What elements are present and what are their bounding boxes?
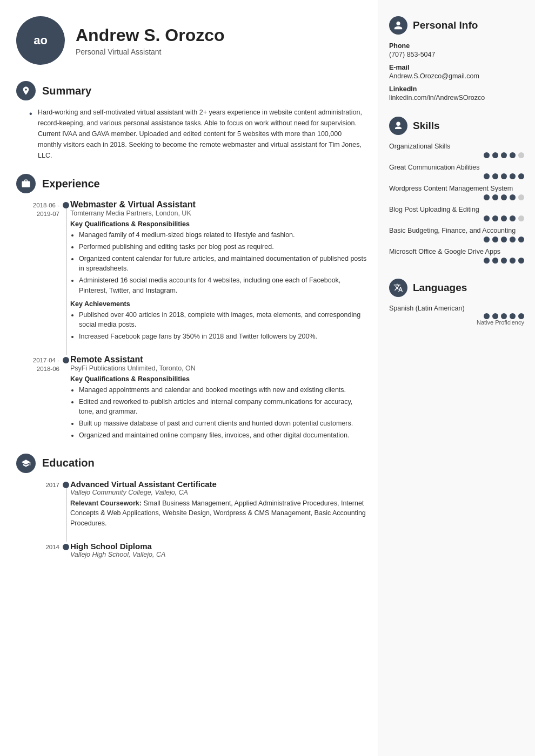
personal-info-icon <box>389 16 407 35</box>
dot-filled <box>518 313 524 319</box>
job-1-title: Webmaster & Virtual Assistant <box>70 200 367 210</box>
dot-empty <box>518 194 524 200</box>
languages-title: Languages <box>413 282 467 294</box>
job-1-qual-title: Key Qualifications & Responsibilities <box>70 220 367 228</box>
dot-filled <box>501 215 507 221</box>
job-2-company: PsyFi Publications Unlimited, Toronto, O… <box>70 364 367 372</box>
job-2-qualifications: Managed appointments and calendar and bo… <box>70 385 367 441</box>
job-1-qualifications: Managed family of 4 medium-sized blogs r… <box>70 230 367 296</box>
edu-1-dot <box>63 482 69 488</box>
dot-filled <box>492 152 498 158</box>
edu-2-school: Vallejo High School, Vallejo, CA <box>70 551 367 558</box>
header-text: Andrew S. Orozco Personal Virtual Assist… <box>76 25 225 56</box>
left-column: ao Andrew S. Orozco Personal Virtual Ass… <box>0 0 378 756</box>
dot-filled <box>484 152 490 158</box>
skill-name: Blog Post Uploading & Editing <box>389 206 524 213</box>
education-section: Education 2017 Advanced Virtual Assistan… <box>16 454 367 558</box>
dot-filled <box>518 237 524 242</box>
dot-filled <box>484 258 490 264</box>
list-item: Performed publishing and editing tasks p… <box>79 242 367 252</box>
skill-dots <box>389 258 524 264</box>
skills-icon <box>389 117 407 135</box>
skill-item: Organizational Skills <box>389 143 524 158</box>
dot-empty <box>518 152 524 158</box>
job-subtitle: Personal Virtual Assistant <box>76 48 225 56</box>
edu-1-degree: Advanced Virtual Assistant Certificate <box>70 480 367 489</box>
dot-filled <box>510 313 516 319</box>
linkedin-label: LinkedIn <box>389 85 524 93</box>
dot-filled <box>510 258 516 264</box>
dot-filled <box>510 173 516 179</box>
right-column: Personal Info Phone (707) 853-5047 E-mai… <box>378 0 535 756</box>
job-1-dot <box>63 202 69 208</box>
languages-header: Languages <box>389 279 524 297</box>
skill-item: Microsoft Office & Google Drive Apps <box>389 248 524 264</box>
language-dots <box>389 313 524 319</box>
language-item: Spanish (Latin American)Native Proficien… <box>389 305 524 326</box>
skill-name: Basic Budgeting, Finance, and Accounting <box>389 227 524 234</box>
dot-filled <box>484 194 490 200</box>
summary-header: Summary <box>16 81 367 100</box>
skill-dots <box>389 194 524 200</box>
list-item: Edited and reworked to-publish articles … <box>79 397 367 417</box>
edu-1-line <box>66 488 67 542</box>
edu-2-date: 2014 <box>16 543 59 551</box>
dot-empty <box>518 215 524 221</box>
job-2-date: 2017-04 - 2018-06 <box>16 356 59 373</box>
skill-dots <box>389 215 524 221</box>
edu-1-coursework: Relevant Coursework: Small Business Mana… <box>70 498 367 529</box>
edu-1-coursework-label: Relevant Coursework: <box>70 500 142 507</box>
dot-filled <box>501 152 507 158</box>
list-item: Managed appointments and calendar and bo… <box>79 385 367 395</box>
dot-filled <box>501 313 507 319</box>
job-1-ach-title: Key Achievements <box>70 300 367 308</box>
dot-filled <box>501 237 507 242</box>
dot-filled <box>492 173 498 179</box>
personal-info-header: Personal Info <box>389 16 524 35</box>
full-name: Andrew S. Orozco <box>76 25 225 45</box>
skill-dots <box>389 173 524 179</box>
skill-name: Great Communication Abilities <box>389 164 524 171</box>
dot-filled <box>518 173 524 179</box>
languages-icon <box>389 279 407 297</box>
dot-filled <box>492 237 498 242</box>
skills-header: Skills <box>389 117 524 135</box>
dot-filled <box>484 237 490 242</box>
dot-filled <box>510 152 516 158</box>
job-1-achievements: Published over 400 articles in 2018, com… <box>70 310 367 342</box>
summary-title: Summary <box>42 85 91 97</box>
skill-item: Great Communication Abilities <box>389 164 524 179</box>
skills-section: Skills Organizational SkillsGreat Commun… <box>389 117 524 264</box>
skill-name: Organizational Skills <box>389 143 524 150</box>
summary-section: Summary Hard-working and self-motivated … <box>16 81 367 161</box>
dot-filled <box>492 258 498 264</box>
list-item: Increased Facebook page fans by 350% in … <box>79 332 367 342</box>
edu-1-school: Vallejo Community College, Vallejo, CA <box>70 489 367 496</box>
edu-1: 2017 Advanced Virtual Assistant Certific… <box>70 480 367 529</box>
education-timeline: 2017 Advanced Virtual Assistant Certific… <box>16 480 367 558</box>
education-title: Education <box>42 457 95 469</box>
avatar: ao <box>16 16 65 65</box>
email-label: E-mail <box>389 64 524 71</box>
list-item: Organized and maintained online company … <box>79 430 367 441</box>
job-2: 2017-04 - 2018-06 Remote Assistant PsyFi… <box>70 355 367 441</box>
skills-list: Organizational SkillsGreat Communication… <box>389 143 524 264</box>
education-icon <box>16 454 36 473</box>
email-value: Andrew.S.Orozco@gmail.com <box>389 72 524 80</box>
job-1: 2018-06 - 2019-07 Webmaster & Virtual As… <box>70 200 367 342</box>
job-2-dot <box>63 357 69 363</box>
edu-1-date: 2017 <box>16 481 59 489</box>
summary-icon <box>16 81 36 100</box>
languages-section: Languages Spanish (Latin American)Native… <box>389 279 524 326</box>
dot-filled <box>510 215 516 221</box>
list-item: Managed family of 4 medium-sized blogs r… <box>79 230 367 240</box>
dot-filled <box>484 313 490 319</box>
skill-dots <box>389 152 524 158</box>
skills-title: Skills <box>413 120 440 132</box>
experience-timeline: 2018-06 - 2019-07 Webmaster & Virtual As… <box>16 200 367 441</box>
experience-icon <box>16 174 36 193</box>
skill-name: Microsoft Office & Google Drive Apps <box>389 248 524 255</box>
edu-2: 2014 High School Diploma Vallejo High Sc… <box>70 542 367 558</box>
dot-filled <box>492 313 498 319</box>
skill-item: Blog Post Uploading & Editing <box>389 206 524 221</box>
